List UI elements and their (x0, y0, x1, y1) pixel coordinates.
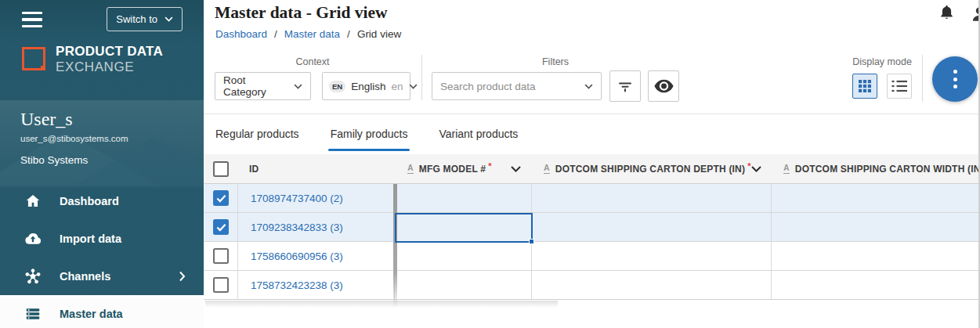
language-badge: EN (329, 81, 345, 92)
grid-cell[interactable] (532, 213, 772, 241)
product-id-link[interactable]: 1709238342833 (3) (251, 222, 343, 233)
row-checkbox[interactable] (213, 219, 229, 235)
grid-cell[interactable] (772, 213, 980, 241)
user-organization: Stibo Systems (20, 154, 88, 166)
logo-line2: EXCHANGE (56, 59, 163, 75)
chevron-right-icon (179, 271, 186, 282)
product-id-link[interactable]: 1708974737400 (2) (251, 193, 343, 204)
row-checkbox[interactable] (213, 190, 229, 206)
filter-icon (617, 78, 633, 94)
grid-cell[interactable] (395, 271, 532, 299)
frozen-columns-shadow (205, 301, 558, 308)
display-mode-label: Display mode (849, 56, 915, 67)
grid-cell[interactable] (772, 271, 980, 299)
breadcrumb: Dashboard / Master data / Grid view (215, 28, 401, 40)
sidebar-item-import-data[interactable]: Import data (0, 220, 204, 258)
sidebar-item-label: Channels (60, 270, 110, 283)
channels-icon (24, 267, 42, 286)
sidebar-item-channels[interactable]: Channels (0, 258, 204, 295)
context-category-select[interactable]: Root Category (215, 72, 311, 100)
toolbar-divider (421, 55, 422, 100)
column-label: DOTCOM SHIPPING CARTON DEPTH (IN) (555, 164, 745, 175)
breadcrumb-current: Grid view (357, 28, 401, 40)
tab-label: Regular products (215, 128, 299, 140)
hamburger-icon (22, 12, 42, 14)
row-checkbox[interactable] (213, 248, 229, 264)
user-name: User_s (20, 109, 73, 130)
sidebar-item-master-data[interactable]: Master data (0, 295, 204, 328)
grid-cell-selected[interactable] (395, 213, 532, 241)
menu-toggle-button[interactable] (22, 12, 42, 27)
logo-line1: PRODUCT DATA (56, 44, 163, 59)
column-header-mfg-model[interactable]: A MFG MODEL # * (395, 154, 532, 183)
table-row: 1708974737400 (2) (204, 184, 980, 213)
display-mode-grid-button[interactable] (852, 74, 877, 99)
context-language-select[interactable]: EN English en (322, 72, 410, 100)
product-type-tabs: Regular products Family products Variant… (213, 114, 520, 153)
text-attribute-icon: A (407, 164, 414, 174)
chevron-down-icon[interactable] (511, 166, 521, 172)
sidebar-item-label: Master data (60, 308, 123, 320)
grid-cell[interactable] (395, 242, 532, 270)
sidebar-nav: Dashboard Import data Channels (0, 182, 204, 328)
chevron-down-icon (165, 16, 173, 22)
column-label: DOTCOM SHIPPING CARTON WIDTH (IN) (795, 164, 980, 175)
column-label: ID (249, 164, 259, 175)
text-attribute-icon: A (783, 164, 790, 174)
column-header-carton-depth[interactable]: A DOTCOM SHIPPING CARTON DEPTH (IN) * (532, 154, 772, 183)
grid-cell[interactable] (532, 242, 772, 270)
frozen-column-splitter[interactable] (393, 184, 397, 308)
notifications-bell-icon[interactable] (938, 4, 955, 26)
breadcrumb-master-data-link[interactable]: Master data (284, 28, 340, 40)
display-mode-list-button[interactable] (887, 74, 912, 99)
hamburger-icon (22, 25, 42, 27)
toolbar-divider (922, 55, 923, 102)
grid-cell[interactable] (532, 184, 772, 212)
column-label: MFG MODEL # (419, 164, 486, 175)
grid-cell[interactable] (772, 242, 980, 270)
column-header-carton-width[interactable]: A DOTCOM SHIPPING CARTON WIDTH (IN) * (772, 154, 980, 183)
ellipsis-icon (953, 70, 957, 74)
tab-regular-products[interactable]: Regular products (213, 114, 302, 153)
column-header-id[interactable]: ID (249, 154, 259, 183)
grid-cell[interactable] (772, 184, 980, 212)
preview-button[interactable] (648, 70, 679, 102)
language-code: en (391, 81, 403, 92)
hamburger-icon (22, 18, 42, 20)
product-id-link[interactable]: 1758732423238 (3) (251, 279, 343, 291)
actions-fab-button[interactable] (932, 56, 978, 102)
product-id-link[interactable]: 1758660690956 (3) (251, 251, 343, 262)
switch-to-button[interactable]: Switch to (107, 7, 183, 31)
list-icon (24, 305, 42, 323)
cloud-upload-icon (24, 229, 42, 248)
filters-label: Filters (432, 56, 679, 67)
breadcrumb-separator: / (274, 28, 277, 40)
chevron-down-icon[interactable] (751, 166, 761, 172)
grid-cell[interactable] (532, 271, 772, 299)
main-content: Master data - Grid view Dashboard / Mast… (204, 0, 980, 328)
row-checkbox[interactable] (213, 277, 229, 293)
breadcrumb-dashboard-link[interactable]: Dashboard (215, 28, 267, 40)
language-name: English (351, 81, 385, 92)
switch-to-label: Switch to (116, 13, 157, 25)
grid-header-row: ID A MFG MODEL # * A DOTCOM SHIPPING CAR… (204, 154, 980, 184)
table-row: 1709238342833 (3) (204, 213, 980, 242)
context-label: Context (215, 56, 410, 67)
tab-variant-products[interactable]: Variant products (436, 114, 520, 153)
search-input[interactable] (440, 81, 580, 92)
search-combobox[interactable] (432, 72, 602, 100)
product-data-exchange-logo: PRODUCT DATA EXCHANGE (22, 44, 163, 76)
page-title: Master data - Grid view (215, 3, 388, 23)
grid-view-icon (858, 79, 872, 93)
select-all-checkbox[interactable] (213, 161, 229, 177)
sidebar-item-dashboard[interactable]: Dashboard (0, 182, 204, 220)
tab-family-products[interactable]: Family products (328, 114, 410, 153)
grid-cell[interactable] (395, 184, 532, 212)
chevron-down-icon (294, 84, 302, 89)
list-view-icon (891, 80, 907, 92)
cell-fill-handle[interactable] (529, 239, 534, 244)
filter-button[interactable] (609, 70, 641, 102)
chevron-down-icon (584, 84, 593, 89)
tab-label: Variant products (439, 128, 518, 140)
ellipsis-icon (953, 77, 957, 81)
